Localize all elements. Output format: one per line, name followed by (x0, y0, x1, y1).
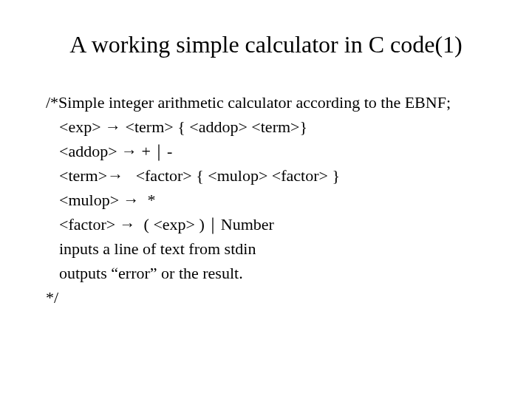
code-line: /*Simple integer arithmetic calculator a… (46, 90, 495, 115)
code-line: <term>→ <factor> { <mulop> <factor> } (46, 163, 495, 188)
code-line: <mulop> → * (46, 188, 495, 212)
code-line: */ (46, 285, 495, 310)
code-line: <exp> → <term> { <addop> <term>} (46, 115, 495, 139)
slide-body: /*Simple integer arithmetic calculator a… (37, 90, 495, 310)
code-line: outputs “error” or the result. (46, 261, 495, 285)
slide-title: A working simple calculator in C code(1) (37, 30, 495, 61)
code-line: <addop> → +｜- (46, 139, 495, 163)
code-line: <factor> → ( <exp> )｜Number (46, 212, 495, 236)
code-line: inputs a line of text from stdin (46, 236, 495, 261)
